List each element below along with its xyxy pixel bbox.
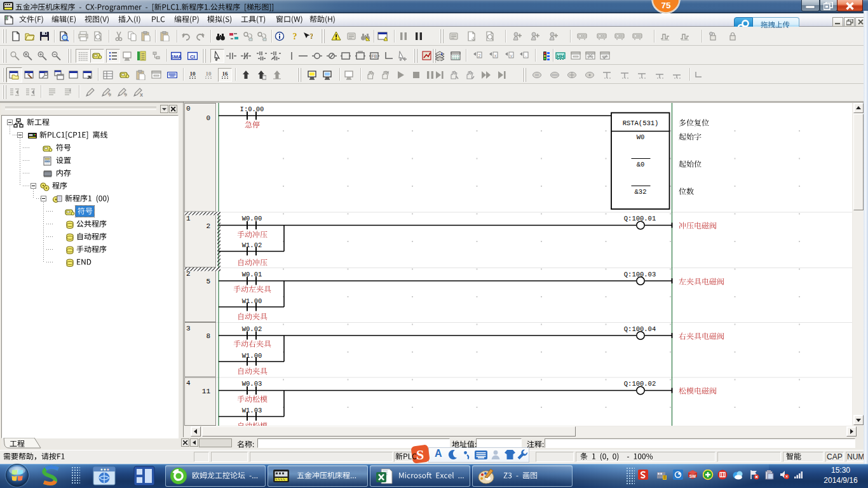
svg-text:SW: SW: [689, 474, 696, 478]
